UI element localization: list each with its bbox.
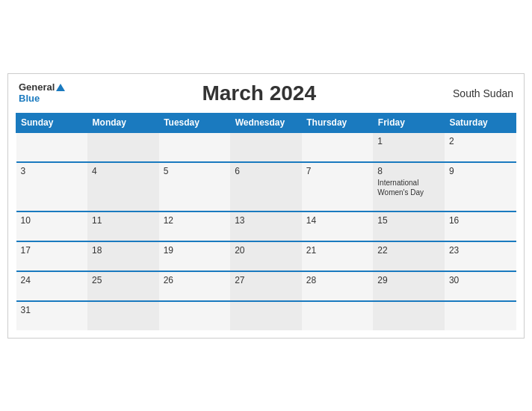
calendar-cell	[87, 301, 159, 330]
calendar-header: General Blue March 2024 South Sudan	[16, 81, 516, 105]
weekday-header-friday: Friday	[373, 113, 445, 132]
calendar-cell: 1	[373, 132, 445, 162]
day-number: 14	[306, 215, 369, 226]
day-number: 5	[164, 166, 226, 176]
week-row-6: 31	[16, 301, 516, 330]
day-number: 15	[377, 215, 440, 226]
calendar-container: General Blue March 2024 South Sudan Sund…	[7, 73, 525, 339]
calendar-cell: 13	[230, 211, 302, 241]
calendar-cell	[230, 301, 302, 330]
calendar-cell: 25	[87, 271, 159, 301]
weekday-header-monday: Monday	[87, 113, 159, 132]
weekday-header-wednesday: Wednesday	[230, 113, 302, 132]
weekday-header-tuesday: Tuesday	[159, 113, 231, 132]
day-number: 6	[235, 166, 297, 176]
day-number: 4	[92, 166, 155, 176]
calendar-cell: 30	[445, 271, 516, 301]
calendar-cell: 31	[16, 301, 88, 330]
calendar-cell: 8International Women's Day	[373, 162, 445, 211]
calendar-cell: 7	[302, 162, 374, 211]
calendar-cell: 15	[373, 211, 445, 241]
day-number: 22	[377, 245, 440, 256]
day-number: 21	[306, 245, 369, 256]
calendar-cell: 14	[302, 211, 374, 241]
calendar-cell: 3	[16, 162, 88, 211]
week-row-2: 345678International Women's Day9	[16, 162, 516, 211]
day-number: 19	[164, 245, 226, 256]
calendar-cell	[445, 301, 516, 330]
calendar-cell: 10	[16, 211, 88, 241]
calendar-cell: 29	[373, 271, 445, 301]
day-number: 26	[164, 275, 226, 285]
day-number: 2	[449, 136, 512, 146]
calendar-cell	[16, 132, 88, 162]
calendar-cell	[159, 301, 231, 330]
calendar-cell: 16	[445, 211, 516, 241]
calendar-cell: 6	[230, 162, 302, 211]
day-number: 18	[92, 245, 155, 256]
calendar-cell: 9	[445, 162, 516, 211]
calendar-cell: 28	[302, 271, 374, 301]
weekday-header-saturday: Saturday	[445, 113, 516, 132]
logo-blue-text: Blue	[19, 93, 65, 104]
calendar-cell: 24	[16, 271, 88, 301]
calendar-cell: 4	[87, 162, 159, 211]
calendar-title: March 2024	[65, 81, 453, 105]
calendar-cell: 20	[230, 241, 302, 271]
week-row-4: 17181920212223	[16, 241, 516, 271]
calendar-cell: 19	[159, 241, 231, 271]
day-number: 23	[449, 245, 512, 256]
calendar-cell: 23	[445, 241, 516, 271]
calendar-cell: 27	[230, 271, 302, 301]
day-number: 20	[235, 245, 297, 256]
day-number: 7	[306, 166, 369, 176]
day-number: 11	[92, 215, 155, 226]
region-label: South Sudan	[453, 87, 513, 99]
day-number: 8	[377, 166, 440, 176]
calendar-cell: 11	[87, 211, 159, 241]
logo: General Blue	[19, 82, 65, 104]
day-number: 31	[21, 305, 84, 315]
day-number: 16	[449, 215, 512, 226]
day-number: 9	[449, 166, 512, 176]
event-label: International Women's Day	[377, 178, 440, 197]
week-row-3: 10111213141516	[16, 211, 516, 241]
calendar-cell: 5	[159, 162, 231, 211]
day-number: 12	[164, 215, 226, 226]
calendar-table: SundayMondayTuesdayWednesdayThursdayFrid…	[16, 113, 516, 330]
day-number: 3	[21, 166, 84, 176]
week-row-5: 24252627282930	[16, 271, 516, 301]
calendar-cell	[302, 132, 374, 162]
calendar-cell	[230, 132, 302, 162]
weekday-header-row: SundayMondayTuesdayWednesdayThursdayFrid…	[16, 113, 516, 132]
calendar-cell: 18	[87, 241, 159, 271]
day-number: 1	[377, 136, 440, 146]
weekday-header-sunday: Sunday	[16, 113, 88, 132]
weekday-header-thursday: Thursday	[302, 113, 374, 132]
day-number: 25	[92, 275, 155, 285]
day-number: 17	[21, 245, 84, 256]
calendar-cell: 2	[445, 132, 516, 162]
day-number: 13	[235, 215, 297, 226]
day-number: 10	[21, 215, 84, 226]
week-row-1: 12	[16, 132, 516, 162]
calendar-cell	[373, 301, 445, 330]
calendar-cell: 22	[373, 241, 445, 271]
calendar-cell	[159, 132, 231, 162]
calendar-cell: 17	[16, 241, 88, 271]
day-number: 30	[449, 275, 512, 285]
calendar-cell	[302, 301, 374, 330]
calendar-cell: 26	[159, 271, 231, 301]
day-number: 29	[377, 275, 440, 285]
logo-triangle-icon	[56, 84, 65, 91]
calendar-cell	[87, 132, 159, 162]
day-number: 28	[306, 275, 369, 285]
calendar-cell: 12	[159, 211, 231, 241]
logo-general-text: General	[19, 82, 55, 93]
day-number: 24	[21, 275, 84, 285]
day-number: 27	[235, 275, 297, 285]
calendar-cell: 21	[302, 241, 374, 271]
